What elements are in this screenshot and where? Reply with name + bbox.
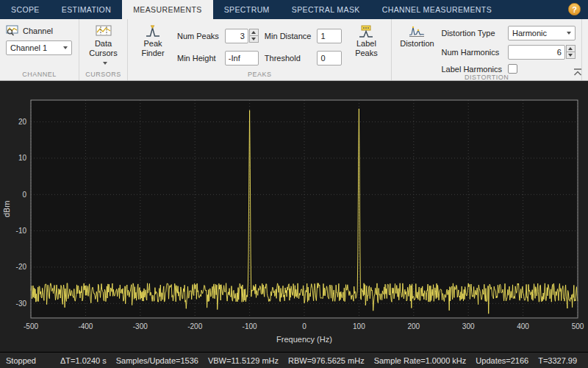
tab-scope[interactable]: SCOPE	[0, 0, 51, 19]
min-distance-input[interactable]: 1	[317, 29, 342, 43]
channel-section: Channel Channel 1 CHANNEL	[0, 19, 79, 80]
chevron-down-icon	[63, 46, 68, 49]
svg-text:-200: -200	[187, 322, 202, 330]
min-distance-label: Min Distance	[265, 32, 312, 40]
spinner-down-button[interactable]	[566, 52, 576, 59]
tab-spectral-mask[interactable]: SPECTRAL MASK	[281, 0, 371, 19]
data-cursors-button[interactable]: Data Cursors	[85, 23, 121, 70]
cursors-section: Data Cursors CURSORS	[79, 19, 128, 80]
num-harmonics-input[interactable]: 6	[508, 45, 576, 60]
status-item: T=3327.99	[538, 356, 577, 365]
status-bar: Stopped ΔT=1.0240 sSamples/Update=1536VB…	[0, 352, 588, 368]
svg-text:-30: -30	[16, 300, 27, 308]
distortion-section: Distortion Distortion Type Harmonic Num …	[392, 19, 582, 80]
spectrum-analyzer-window: SCOPEESTIMATIONMEASUREMENTSSPECTRUMSPECT…	[0, 0, 588, 368]
num-peaks-spinner	[249, 29, 259, 43]
peaks-section: Peak Finder Num Peaks3Min Distance1Min H…	[128, 19, 392, 80]
channel-select-value: Channel 1	[10, 43, 47, 52]
num-peaks-label: Num Peaks	[177, 32, 219, 40]
num-harmonics-spinner	[566, 45, 576, 60]
tab-bar: SCOPEESTIMATIONMEASUREMENTSSPECTRUMSPECT…	[0, 0, 588, 19]
data-cursors-icon	[96, 25, 112, 38]
tab-measurements[interactable]: MEASUREMENTS	[122, 0, 212, 19]
svg-text:0: 0	[302, 322, 306, 330]
chevron-down-icon	[103, 62, 107, 65]
label-harmonics-label: Label Harmonics	[441, 65, 502, 74]
svg-text:-400: -400	[78, 322, 93, 330]
distortion-type-value: Harmonic	[512, 29, 547, 38]
tab-spectrum[interactable]: SPECTRUM	[213, 0, 281, 19]
label-peaks-icon	[359, 25, 373, 38]
label-harmonics-checkbox[interactable]	[508, 64, 517, 74]
arrow-down-icon	[568, 54, 573, 57]
peak-finder-button[interactable]: Peak Finder	[134, 23, 172, 60]
svg-text:300: 300	[462, 322, 475, 330]
num-harmonics-value: 6	[508, 45, 565, 60]
question-icon: ?	[572, 5, 577, 14]
chevron-down-icon	[567, 32, 571, 35]
svg-text:400: 400	[517, 322, 529, 330]
svg-text:500: 500	[572, 322, 584, 330]
channel-label: Channel	[23, 26, 53, 35]
distortion-fields: Distortion Type Harmonic Num Harmonics 6…	[441, 26, 576, 74]
distortion-icon	[409, 25, 425, 38]
arrow-down-icon	[251, 38, 256, 40]
tab-channel-measurements[interactable]: CHANNEL MEASUREMENTS	[371, 0, 503, 19]
threshold-label: Threshold	[265, 54, 312, 63]
svg-text:-300: -300	[133, 322, 148, 330]
num-peaks-value: 3	[225, 29, 248, 43]
status-item: ΔT=1.0240 s	[60, 356, 107, 365]
help-button[interactable]: ?	[568, 3, 581, 15]
data-cursors-label: Data Cursors	[86, 39, 121, 68]
svg-text:200: 200	[407, 322, 420, 330]
channel-section-caption: CHANNEL	[0, 71, 79, 80]
status-item: Sample Rate=1.0000 kHz	[374, 356, 467, 365]
spinner-down-button[interactable]	[249, 35, 259, 43]
channel-label-row: Channel	[6, 25, 73, 36]
distortion-label: Distortion	[400, 39, 434, 49]
status-item: Updates=2166	[476, 356, 528, 365]
spectrum-chart: -500-400-300-200-1000100200300400500-30-…	[0, 81, 588, 352]
arrow-up-icon	[251, 31, 256, 34]
svg-text:100: 100	[353, 322, 365, 330]
distortion-button[interactable]: Distortion	[398, 23, 436, 51]
min-distance-value: 1	[317, 29, 342, 43]
num-peaks-input[interactable]: 3	[225, 29, 259, 43]
collapse-toolstrip-button[interactable]	[573, 68, 583, 77]
svg-text:-20: -20	[16, 263, 27, 271]
channel-select[interactable]: Channel 1	[6, 40, 72, 55]
tab-bar-tabs: SCOPEESTIMATIONMEASUREMENTSSPECTRUMSPECT…	[0, 0, 503, 19]
peak-finder-icon	[146, 25, 160, 38]
svg-text:-500: -500	[24, 322, 38, 330]
ribbon-spacer	[582, 19, 588, 80]
peak-finder-label: Peak Finder	[135, 39, 171, 58]
distortion-type-label: Distortion Type	[441, 29, 502, 38]
status-item: RBW=976.5625 mHz	[288, 356, 365, 365]
svg-text:Frequency (Hz): Frequency (Hz)	[276, 335, 332, 344]
num-harmonics-label: Num Harmonics	[441, 48, 502, 57]
min-height-value: -Inf	[225, 51, 259, 66]
status-state: Stopped	[6, 356, 60, 365]
svg-text:10: 10	[18, 154, 27, 162]
arrow-up-icon	[568, 47, 573, 50]
cursors-section-caption: CURSORS	[79, 71, 127, 80]
status-item: VBW=11.5129 mHz	[208, 356, 279, 365]
distortion-type-select[interactable]: Harmonic	[508, 26, 576, 40]
status-items: ΔT=1.0240 sSamples/Update=1536VBW=11.512…	[60, 356, 587, 365]
status-item: Samples/Update=1536	[116, 356, 198, 365]
min-height-label: Min Height	[177, 54, 219, 63]
threshold-input[interactable]: 0	[317, 51, 342, 66]
min-height-input[interactable]: -Inf	[225, 51, 259, 66]
svg-text:-10: -10	[16, 227, 27, 235]
tab-estimation[interactable]: ESTIMATION	[51, 0, 122, 19]
plot-area: -500-400-300-200-1000100200300400500-30-…	[0, 81, 588, 352]
svg-text:-100: -100	[243, 322, 257, 330]
svg-text:0: 0	[22, 191, 26, 199]
peaks-fields: Num Peaks3Min Distance1Min Height-InfThr…	[177, 29, 342, 66]
label-peaks-button[interactable]: Label Peaks	[347, 23, 385, 60]
svg-text:dBm: dBm	[2, 201, 11, 218]
threshold-value: 0	[317, 51, 342, 66]
svg-text:20: 20	[18, 118, 27, 126]
channel-icon	[6, 25, 18, 36]
label-peaks-label: Label Peaks	[348, 39, 384, 58]
